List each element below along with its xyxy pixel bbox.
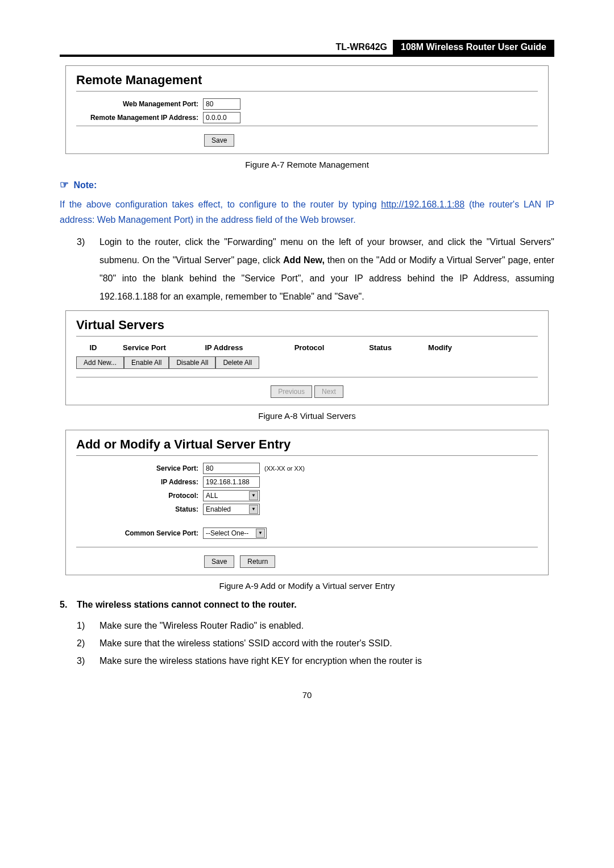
col-ip-address: IP Address bbox=[179, 343, 269, 352]
note-heading: ☞ Note: bbox=[60, 178, 554, 191]
sub-num: 3) bbox=[77, 653, 99, 670]
common-service-port-select[interactable]: --Select One-- ▼ bbox=[203, 528, 267, 539]
ip-address-input[interactable] bbox=[203, 476, 260, 488]
disable-all-button[interactable]: Disable All bbox=[169, 356, 215, 369]
col-status: Status bbox=[349, 343, 412, 352]
guide-title: 108M Wireless Router User Guide bbox=[393, 40, 554, 55]
service-port-label: Service Port: bbox=[76, 464, 203, 472]
question-5: 5. The wireless stations cannot connect … bbox=[60, 600, 554, 610]
sub-text: Make sure the wireless stations have rig… bbox=[99, 653, 554, 670]
virtual-servers-panel: Virtual Servers ID Service Port IP Addre… bbox=[65, 310, 549, 405]
remote-management-panel: Remote Management Web Management Port: R… bbox=[65, 65, 549, 154]
pointing-hand-icon: ☞ bbox=[60, 179, 69, 190]
divider bbox=[76, 377, 538, 377]
enable-all-button[interactable]: Enable All bbox=[124, 356, 169, 369]
chevron-down-icon: ▼ bbox=[249, 505, 258, 514]
q5-number: 5. bbox=[60, 600, 77, 610]
protocol-label: Protocol: bbox=[76, 492, 203, 500]
divider bbox=[76, 547, 538, 547]
delete-all-button[interactable]: Delete All bbox=[215, 356, 259, 369]
service-port-hint: (XX-XX or XX) bbox=[264, 465, 305, 472]
save-button[interactable]: Save bbox=[204, 555, 234, 568]
previous-button[interactable]: Previous bbox=[271, 385, 312, 398]
sub-text: Make sure the "Wireless Router Radio" is… bbox=[99, 618, 554, 634]
model-label: TL-WR642G bbox=[324, 40, 393, 55]
sub-num: 1) bbox=[77, 618, 99, 634]
ip-address-label: IP Address: bbox=[76, 478, 203, 486]
add-modify-panel: Add or Modify a Virtual Server Entry Ser… bbox=[65, 430, 549, 575]
figure-a9-caption: Figure A-9 Add or Modify a Virtual serve… bbox=[60, 581, 554, 591]
step-number: 3) bbox=[77, 233, 99, 306]
sub-num: 2) bbox=[77, 636, 99, 652]
col-modify: Modify bbox=[412, 343, 468, 352]
figure-a7-caption: Figure A-7 Remote Management bbox=[60, 160, 554, 169]
remote-ip-label: Remote Management IP Address: bbox=[76, 114, 203, 122]
add-modify-heading: Add or Modify a Virtual Server Entry bbox=[76, 437, 538, 452]
web-port-label: Web Management Port: bbox=[76, 100, 203, 108]
col-service-port: Service Port bbox=[110, 343, 179, 352]
note-label: Note: bbox=[73, 180, 97, 190]
chevron-down-icon: ▼ bbox=[256, 529, 265, 538]
divider bbox=[76, 126, 538, 126]
note-paragraph: If the above configuration takes effect,… bbox=[60, 197, 554, 227]
figure-a8-caption: Figure A-8 Virtual Servers bbox=[60, 411, 554, 421]
status-label: Status: bbox=[76, 505, 203, 513]
protocol-select[interactable]: ALL ▼ bbox=[203, 490, 260, 501]
col-id: ID bbox=[76, 343, 110, 352]
common-service-port-label: Common Service Port: bbox=[76, 529, 203, 537]
next-button[interactable]: Next bbox=[314, 385, 343, 398]
divider bbox=[76, 455, 538, 456]
web-port-input[interactable] bbox=[203, 98, 240, 110]
service-port-input[interactable] bbox=[203, 463, 260, 474]
router-url-link[interactable]: http://192.168.1.1:88 bbox=[381, 200, 464, 209]
q5-text: The wireless stations cannot connect to … bbox=[77, 600, 297, 610]
save-button[interactable]: Save bbox=[204, 134, 234, 147]
remote-management-heading: Remote Management bbox=[76, 73, 538, 88]
remote-ip-input[interactable] bbox=[203, 112, 240, 123]
vs-button-row: Add New... Enable All Disable All Delete… bbox=[76, 356, 538, 369]
divider bbox=[76, 91, 538, 92]
page-number: 70 bbox=[60, 690, 554, 700]
answer-list: 1) Make sure the "Wireless Router Radio"… bbox=[60, 618, 554, 669]
virtual-servers-heading: Virtual Servers bbox=[76, 318, 538, 333]
status-select[interactable]: Enabled ▼ bbox=[203, 504, 260, 515]
add-new-button[interactable]: Add New... bbox=[76, 356, 124, 369]
step-3: 3) Login to the router, click the "Forwa… bbox=[60, 233, 554, 306]
page-header: TL-WR642G 108M Wireless Router User Guid… bbox=[60, 40, 554, 57]
sub-text: Make sure that the wireless stations' SS… bbox=[99, 636, 554, 652]
vs-table-header: ID Service Port IP Address Protocol Stat… bbox=[76, 343, 538, 352]
col-protocol: Protocol bbox=[269, 343, 349, 352]
return-button[interactable]: Return bbox=[240, 555, 275, 568]
divider bbox=[76, 336, 538, 337]
chevron-down-icon: ▼ bbox=[249, 491, 258, 500]
